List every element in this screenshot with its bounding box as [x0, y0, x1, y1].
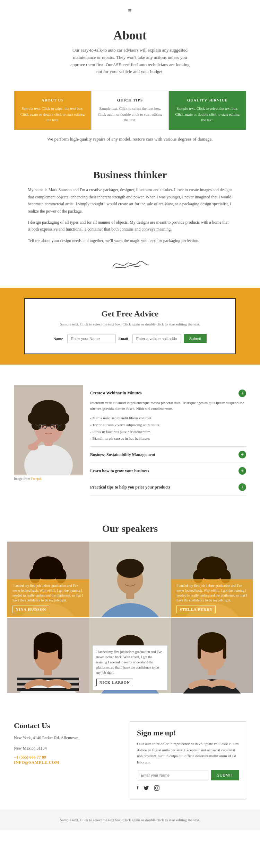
list-item: Mattis nunc sed blandit libero volutpat.	[90, 415, 246, 422]
list-item: Tortor at risus viverra adipiscing at in…	[90, 422, 246, 429]
webinar-item-1-list: Mattis nunc sed blandit libero volutpat.…	[90, 415, 246, 442]
svg-point-16	[28, 444, 38, 450]
svg-rect-41	[17, 678, 79, 680]
thinker-para-1: My name is Mark Stanson and I'm a creati…	[28, 186, 232, 215]
card-quick-tips-text: Sample text. Click to select the text bo…	[97, 106, 163, 123]
webinar-person-image	[14, 385, 83, 475]
hamburger-menu-icon[interactable]: ≡	[0, 7, 260, 14]
thinker-section: Business thinker My name is Mark Stanson…	[0, 159, 260, 288]
svg-rect-58	[223, 643, 226, 659]
speaker-card-woman-left	[7, 617, 89, 693]
stella-overlay: I landed my first job before graduation …	[171, 579, 253, 617]
nick-quote: I landed my first job before graduation …	[96, 649, 164, 675]
freepik-link[interactable]: Freepik	[31, 477, 42, 481]
webinar-item-4: Practical tips to help you price your pr…	[90, 479, 246, 495]
webinar-item-1-title: Create a Webinar in Minutes	[90, 391, 142, 396]
woman-right-photo	[171, 617, 253, 693]
svg-point-44	[34, 632, 62, 653]
webinar-item-3-plus-icon[interactable]: +	[239, 467, 246, 475]
speaker-card-nick: I landed my first job before graduation …	[89, 617, 171, 693]
signup-submit-button[interactable]: SUBMIT	[211, 770, 239, 780]
contact-phone[interactable]: +1 (555) 666 77 89	[14, 755, 116, 760]
webinar-item-2-title: Business Sustainability Management	[90, 452, 155, 457]
svg-rect-45	[34, 643, 38, 660]
twitter-icon[interactable]	[144, 785, 149, 792]
advice-title: Get Free Advice	[39, 309, 221, 319]
contact-signup-section: Contact Us New York, 4140 Parker Rd. All…	[0, 711, 260, 810]
webinar-section: Image from Freepik Create a Webinar in M…	[0, 375, 260, 506]
card-about-us-text: Sample text. Click to select the text bo…	[20, 106, 85, 123]
card-about-us-title: ABOUT US	[20, 98, 85, 102]
speaker-card-stella: I landed my first job before graduation …	[171, 541, 253, 617]
image-credit: Image from Freepik	[14, 477, 83, 481]
webinar-item-4-header: Practical tips to help you price your pr…	[90, 483, 246, 491]
signature-image	[109, 255, 151, 272]
svg-rect-46	[58, 643, 62, 660]
name-label: Name	[53, 337, 63, 341]
contact-title: Contact Us	[14, 721, 116, 730]
thinker-para-2: I design packaging of all types and for …	[28, 219, 232, 233]
svg-point-14	[42, 426, 44, 428]
contact-address-line1: New York, 4140 Parker Rd. Allentown,	[14, 734, 116, 742]
svg-rect-57	[198, 643, 201, 659]
webinar-item-3-header: Learn how to grow your business +	[90, 467, 246, 475]
contact-email[interactable]: INFO@SAMPLE.COM	[14, 760, 116, 765]
facebook-icon[interactable]: f	[137, 785, 139, 792]
about-section: About Our easy-to-talk-to auto car advis…	[0, 18, 260, 91]
contact-left: Contact Us New York, 4140 Parker Rd. All…	[14, 721, 116, 799]
about-title: About	[28, 28, 232, 43]
card-quality-service-text: Sample text. Click to select the text bo…	[175, 106, 240, 123]
webinar-item-4-title: Practical tips to help you price your pr…	[90, 485, 170, 490]
email-input[interactable]	[132, 334, 181, 343]
webinar-item-3: Learn how to grow your business +	[90, 463, 246, 479]
signup-name-input[interactable]	[137, 770, 208, 780]
nick-name: NICK LARSON	[96, 679, 133, 686]
speaker-card-center	[89, 541, 171, 617]
svg-point-56	[198, 632, 226, 653]
center-speaker-photo	[89, 541, 171, 617]
stella-quote: I landed my first job before graduation …	[176, 583, 248, 603]
list-item: Blandit turpis cursus in hac habitasse.	[90, 435, 246, 442]
header: ≡	[0, 0, 260, 18]
webinar-item-2-plus-icon[interactable]: +	[239, 451, 246, 458]
list-item: Purus ut faucibus pulvinar elementum.	[90, 429, 246, 436]
webinar-item-1-plus-icon[interactable]: +	[239, 390, 246, 397]
nick-info-box: I landed my first job before graduation …	[93, 645, 168, 690]
signup-form: SUBMIT	[137, 770, 239, 780]
svg-point-60	[155, 787, 158, 789]
svg-point-15	[53, 426, 55, 428]
thinker-title: Business thinker	[28, 169, 232, 181]
speakers-row-2: I landed my first job before graduation …	[7, 617, 253, 693]
advice-submit-button[interactable]: Submit	[184, 334, 207, 343]
card-about-us[interactable]: ABOUT US Sample text. Click to select th…	[14, 91, 91, 130]
signup-text: Duis aute irure dolor in reprehenderit i…	[137, 741, 239, 765]
speakers-title: Our speakers	[7, 523, 253, 534]
footer: Sample text. Click to select the text bo…	[0, 810, 260, 830]
webinar-item-2-header: Business Sustainability Management +	[90, 451, 246, 458]
email-label: Email	[119, 337, 128, 341]
svg-point-8	[56, 421, 66, 431]
webinar-item-3-title: Learn how to grow your business	[90, 468, 149, 474]
about-subtitle: Our easy-to-talk-to auto car advisors wi…	[68, 47, 192, 75]
advice-subtitle: Sample text. Click to select the text bo…	[39, 321, 221, 327]
woman-left-photo	[7, 617, 89, 693]
svg-point-61	[158, 786, 158, 787]
card-quick-tips[interactable]: QUICK TIPS Sample text. Click to select …	[91, 91, 168, 130]
speaker-card-woman-right	[171, 617, 253, 693]
speakers-section: Our speakers I landed my first job befor…	[0, 513, 260, 704]
advice-box: Get Free Advice Sample text. Click to se…	[24, 298, 236, 354]
signature-area	[28, 248, 232, 281]
cards-row: ABOUT US Sample text. Click to select th…	[14, 91, 246, 130]
webinar-content: Create a Webinar in Minutes + Interdum v…	[83, 385, 246, 495]
about-footer-text: We perform high-quality repairs of any m…	[0, 130, 260, 149]
nina-overlay: I landed my first job before graduation …	[7, 579, 89, 617]
instagram-icon[interactable]	[154, 785, 159, 792]
name-input[interactable]	[67, 334, 116, 343]
nina-name: NINA HUDSON	[12, 606, 49, 613]
nina-quote: I landed my first job before graduation …	[12, 583, 84, 603]
card-quality-service[interactable]: QUALITY SERVICE Sample text. Click to se…	[169, 91, 246, 130]
advice-form: Name Email Submit	[39, 334, 221, 343]
webinar-item-4-plus-icon[interactable]: +	[239, 483, 246, 491]
footer-text: Sample text. Click to select the text bo…	[28, 817, 232, 823]
card-quick-tips-title: QUICK TIPS	[97, 98, 163, 102]
